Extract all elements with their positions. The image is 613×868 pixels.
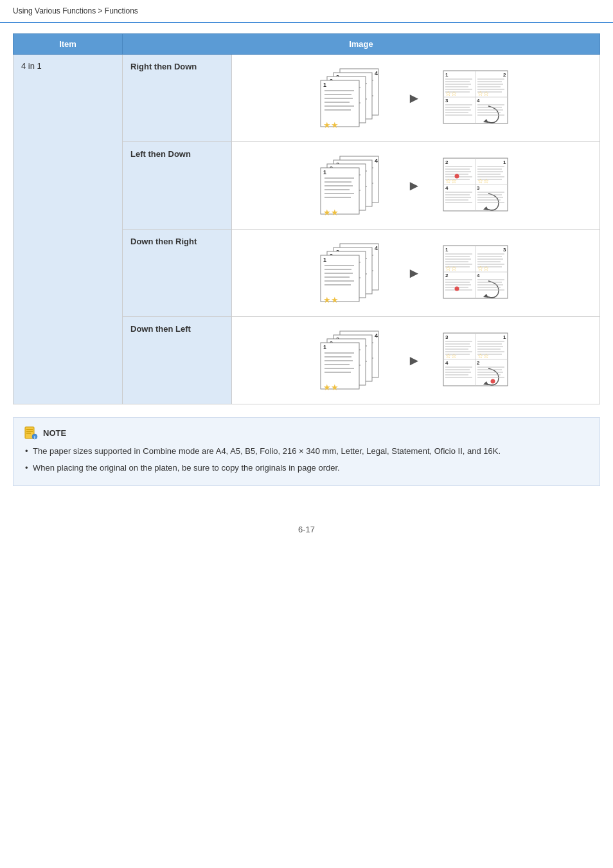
svg-text:4: 4 xyxy=(375,70,378,77)
svg-text:1: 1 xyxy=(445,247,449,253)
svg-text:☆☆: ☆☆ xyxy=(477,352,489,359)
svg-text:4: 4 xyxy=(477,98,480,104)
col-header-item: Item xyxy=(13,34,123,55)
cell-item-label: Down then Right xyxy=(123,230,232,317)
item-label-down-then-right: Down then Right xyxy=(130,237,197,246)
cell-image-right-then-down: 4 3 xyxy=(232,55,600,142)
svg-text:4: 4 xyxy=(445,185,449,191)
direction-arrow: ► xyxy=(407,265,422,282)
note-icon: i xyxy=(24,426,38,440)
svg-text:2: 2 xyxy=(445,159,449,165)
main-content: Item Image 4 in 1 Right then Down xyxy=(0,33,613,499)
cell-image-down-then-right: 4 3 xyxy=(232,230,600,317)
source-diagram-4: 4 3 xyxy=(321,330,388,391)
image-right-then-down: 4 3 xyxy=(240,61,592,135)
svg-text:4: 4 xyxy=(445,360,449,366)
image-left-then-down: 4 3 xyxy=(240,149,592,222)
svg-text:1: 1 xyxy=(323,169,326,176)
note-header: i NOTE xyxy=(24,426,589,440)
svg-text:2: 2 xyxy=(477,360,480,366)
svg-text:☆☆: ☆☆ xyxy=(445,352,457,359)
cell-item-label: Down then Left xyxy=(123,317,232,404)
svg-rect-270 xyxy=(26,433,31,434)
image-down-then-left: 4 3 xyxy=(240,323,592,397)
page-footer: 6-17 xyxy=(0,525,613,534)
svg-text:☆☆: ☆☆ xyxy=(445,90,457,97)
note-box: i NOTE The paper sizes supported in Comb… xyxy=(13,417,600,486)
svg-text:☆☆: ☆☆ xyxy=(445,265,457,272)
source-diagram-1: 4 3 xyxy=(321,68,388,129)
note-item: The paper sizes supported in Combine mod… xyxy=(24,445,589,458)
source-diagram-2: 4 3 xyxy=(321,155,388,216)
cell-image-left-then-down: 4 3 xyxy=(232,142,600,230)
page-number: 6-17 xyxy=(298,525,315,534)
result-diagram-1: 1 ☆☆ 2 xyxy=(440,68,511,129)
svg-text:1: 1 xyxy=(323,344,326,350)
table-row: 4 in 1 Right then Down 4 xyxy=(13,55,600,142)
result-diagram-2: 2 ☆☆ 1 xyxy=(440,155,511,216)
svg-text:1: 1 xyxy=(503,334,506,340)
note-list: The paper sizes supported in Combine mod… xyxy=(24,445,589,474)
svg-rect-268 xyxy=(26,429,33,430)
svg-text:2: 2 xyxy=(445,273,449,278)
item-label-right-then-down: Right then Down xyxy=(130,62,197,71)
svg-point-261 xyxy=(491,379,495,384)
direction-arrow: ► xyxy=(407,177,422,194)
svg-text:3: 3 xyxy=(477,185,480,191)
svg-text:2: 2 xyxy=(503,72,506,78)
item-label-down-then-left: Down then Left xyxy=(130,324,191,334)
note-title: NOTE xyxy=(43,428,66,438)
svg-text:☆☆: ☆☆ xyxy=(477,90,489,97)
svg-point-192 xyxy=(455,287,459,291)
svg-text:4: 4 xyxy=(375,158,378,164)
breadcrumb: Using Various Functions > Functions xyxy=(0,0,613,23)
image-down-then-right: 4 3 xyxy=(240,236,592,310)
col-header-image: Image xyxy=(123,34,600,55)
svg-text:4: 4 xyxy=(477,273,480,278)
svg-text:i: i xyxy=(34,435,35,440)
svg-text:1: 1 xyxy=(323,257,326,263)
functions-table: Item Image 4 in 1 Right then Down xyxy=(13,33,600,404)
svg-text:1: 1 xyxy=(445,72,449,78)
result-diagram-4: 3 ☆☆ 1 xyxy=(440,330,511,391)
svg-text:★★: ★★ xyxy=(323,120,339,130)
svg-text:1: 1 xyxy=(503,159,506,165)
source-diagram-3: 4 3 xyxy=(321,242,388,303)
svg-text:☆☆: ☆☆ xyxy=(477,177,489,185)
svg-rect-269 xyxy=(26,431,33,432)
svg-text:3: 3 xyxy=(503,247,506,253)
note-item: When placing the original on the platen,… xyxy=(24,462,589,475)
svg-text:★★: ★★ xyxy=(323,208,339,217)
svg-text:4: 4 xyxy=(375,245,378,251)
item-label-left-then-down: Left then Down xyxy=(130,149,191,159)
svg-text:1: 1 xyxy=(323,82,326,88)
svg-text:3: 3 xyxy=(445,98,449,104)
svg-text:★★: ★★ xyxy=(323,295,339,305)
breadcrumb-text: Using Various Functions > Functions xyxy=(13,6,138,15)
cell-item-label: Right then Down xyxy=(123,55,232,142)
row-group-label: 4 in 1 xyxy=(21,61,42,71)
svg-text:☆☆: ☆☆ xyxy=(445,177,457,185)
cell-4in1: 4 in 1 xyxy=(13,55,123,404)
svg-text:☆☆: ☆☆ xyxy=(477,265,489,272)
svg-text:3: 3 xyxy=(445,334,449,340)
svg-text:★★: ★★ xyxy=(323,383,339,392)
direction-arrow: ► xyxy=(407,90,422,107)
cell-item-label: Left then Down xyxy=(123,142,232,230)
direction-arrow: ► xyxy=(407,352,422,369)
cell-image-down-then-left: 4 3 xyxy=(232,317,600,404)
result-diagram-3: 1 ☆☆ 3 xyxy=(440,242,511,303)
svg-text:4: 4 xyxy=(375,332,378,339)
